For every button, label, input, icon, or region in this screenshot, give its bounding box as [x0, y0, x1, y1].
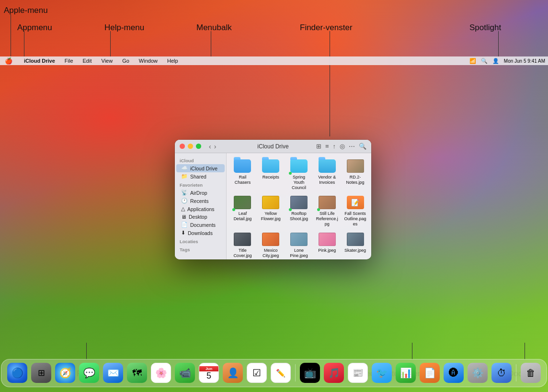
dock-systemprefs[interactable]: ⚙️ [467, 362, 489, 384]
dock-separator [295, 364, 296, 381]
forward-button[interactable]: › [214, 143, 217, 150]
image-icon [262, 195, 280, 210]
sidebar: iCloud ☁️ iCloud Drive 📁 Shared Favoriet… [175, 153, 227, 259]
close-button[interactable] [180, 144, 185, 149]
file-item-pink[interactable]: Pink.jpeg [314, 230, 340, 259]
image-icon [346, 232, 365, 247]
dock-numbers[interactable]: 📊 [395, 362, 417, 384]
sidebar-label: Recents [190, 198, 209, 204]
sidebar-label: Desktop [189, 214, 207, 220]
sidebar-item-airdrop[interactable]: 📡 AirDrop [176, 189, 225, 197]
file-item-receipts[interactable]: Receipts [258, 157, 284, 191]
dock-twitter[interactable]: 🐦 [371, 362, 393, 384]
file-item-spring-youth[interactable]: Spring Youth Council [286, 157, 312, 191]
launchpad-icon: ⊞ [31, 363, 51, 383]
menu-window[interactable]: Window [137, 58, 160, 64]
folder-icon [262, 158, 280, 174]
folder-icon [290, 158, 308, 174]
tag-icon[interactable]: ◎ [340, 143, 345, 150]
menu-finder[interactable]: iCloud Drive [22, 58, 57, 64]
back-button[interactable]: ‹ [209, 143, 211, 150]
dock-news[interactable]: 📰 [347, 362, 369, 384]
sidebar-section-tags: Tags [175, 245, 226, 253]
image-icon [290, 195, 308, 210]
view-icon[interactable]: ⊞ [316, 143, 321, 150]
wifi-icon[interactable]: 📶 [469, 58, 476, 64]
minimize-button[interactable] [188, 144, 193, 149]
file-item-leaf-detail[interactable]: Leaf Detail.jpg [229, 193, 256, 228]
menubar: 🍎 iCloud Drive File Edit View Go Window … [0, 56, 548, 65]
dock-freeform[interactable]: ✏️ [270, 362, 292, 384]
arrange-icon[interactable]: ≡ [325, 143, 329, 150]
window-toolbar-right: ⊞ ≡ ↑ ◎ ⋯ 🔍 [316, 143, 366, 150]
menu-go[interactable]: Go [120, 58, 131, 64]
file-item-lone-pine[interactable]: Lone Pine.jpeg [286, 230, 312, 259]
sidebar-label: Documents [190, 222, 216, 228]
file-item-skater[interactable]: Skater.jpeg [342, 230, 368, 259]
file-item-rail-chasers[interactable]: Rail Chasers [229, 157, 256, 191]
file-name: Skater.jpeg [344, 248, 366, 253]
menu-view[interactable]: View [100, 58, 115, 64]
file-name: Pink.jpeg [318, 248, 336, 253]
menu-edit[interactable]: Edit [81, 58, 94, 64]
file-item-title-cover[interactable]: Title Cover.jpg [229, 230, 256, 259]
file-area: Rail Chasers Receipts Spring Youth Counc… [227, 153, 371, 259]
file-item-yellow-flower[interactable]: Yellow Flower.jpg [258, 193, 284, 228]
dock-safari[interactable]: 🧭 [54, 362, 76, 384]
image-icon [318, 195, 336, 210]
systemprefs-bottom-line [412, 343, 412, 359]
file-item-still-life[interactable]: Still Life Reference.jpg [314, 193, 340, 228]
dock-appletv[interactable]: 📺 [299, 362, 321, 384]
desktop-icon: 🖥 [181, 214, 186, 220]
dock-calendar[interactable]: Jun 5 [198, 362, 220, 384]
sidebar-item-recents[interactable]: 🕐 Recents [176, 197, 225, 205]
sidebar-item-documents[interactable]: 📄 Documents [176, 221, 225, 229]
sidebar-item-shared[interactable]: 📁 Shared [176, 172, 225, 180]
pages-dock-icon: 📄 [420, 363, 440, 383]
file-item-rooftop-shoot[interactable]: Rooftop Shoot.jpg [286, 193, 312, 228]
dock-screentime[interactable]: ⏱ [491, 362, 513, 384]
window-titlebar: ‹ › iCloud Drive ⊞ ≡ ↑ ◎ ⋯ 🔍 [175, 140, 371, 153]
menu-help[interactable]: Help [165, 58, 180, 64]
trash-icon: 🗑 [521, 363, 541, 383]
dock-contacts[interactable]: 👤 [222, 362, 244, 384]
share-icon[interactable]: ↑ [333, 143, 336, 150]
dock-maps[interactable]: 🗺 [126, 362, 148, 384]
systemprefs-icon: ⚙️ [468, 363, 488, 383]
spotlight-icon[interactable]: 🔍 [481, 58, 488, 64]
menu-file[interactable]: File [63, 58, 75, 64]
user-icon[interactable]: 👤 [492, 58, 499, 64]
window-title: iCloud Drive [257, 143, 288, 150]
dock-mail[interactable]: ✉️ [102, 362, 124, 384]
file-item-rd-notes[interactable]: RD.2-Notes.jpg [342, 157, 368, 191]
dock-trash[interactable]: 🗑 [520, 362, 542, 384]
image-icon [346, 158, 365, 174]
apple-menu[interactable]: 🍎 [3, 57, 14, 65]
dock-finder[interactable]: 🔵 [6, 362, 28, 384]
file-name: RD.2-Notes.jpg [343, 175, 367, 185]
sidebar-item-applications[interactable]: △ Applications [176, 205, 225, 213]
sidebar-item-icloud-drive[interactable]: ☁️ iCloud Drive [176, 164, 225, 172]
file-item-vendor[interactable]: Vendor & Invoices [314, 157, 340, 191]
pages-icon: 📝 [346, 195, 365, 210]
search-icon[interactable]: 🔍 [359, 143, 366, 150]
dock-appstore[interactable]: 🅐 [443, 362, 465, 384]
dock-facetime[interactable]: 📹 [174, 362, 196, 384]
safari-icon: 🧭 [55, 363, 75, 383]
action-icon[interactable]: ⋯ [349, 143, 355, 150]
maximize-button[interactable] [196, 144, 201, 149]
finder-window: ‹ › iCloud Drive ⊞ ≡ ↑ ◎ ⋯ 🔍 iCloud ☁️ i… [175, 140, 371, 259]
sidebar-item-downloads[interactable]: ⬇ Downloads [176, 229, 225, 237]
dock-pages[interactable]: 📄 [419, 362, 441, 384]
dock-messages[interactable]: 💬 [78, 362, 100, 384]
dock-music[interactable]: 🎵 [323, 362, 345, 384]
photos-icon: 🌸 [151, 363, 171, 383]
file-item-fall-scents[interactable]: 📝 Fall Scents Outline.pages [342, 193, 368, 228]
file-name: Leaf Detail.jpg [230, 211, 255, 222]
sidebar-item-desktop[interactable]: 🖥 Desktop [176, 213, 225, 221]
file-item-mexico-city[interactable]: Mexico City.jpeg [258, 230, 284, 259]
dock-bottom-line [525, 343, 525, 359]
dock-reminders[interactable]: ☑ [246, 362, 268, 384]
dock-launchpad[interactable]: ⊞ [30, 362, 52, 384]
dock-photos[interactable]: 🌸 [150, 362, 172, 384]
